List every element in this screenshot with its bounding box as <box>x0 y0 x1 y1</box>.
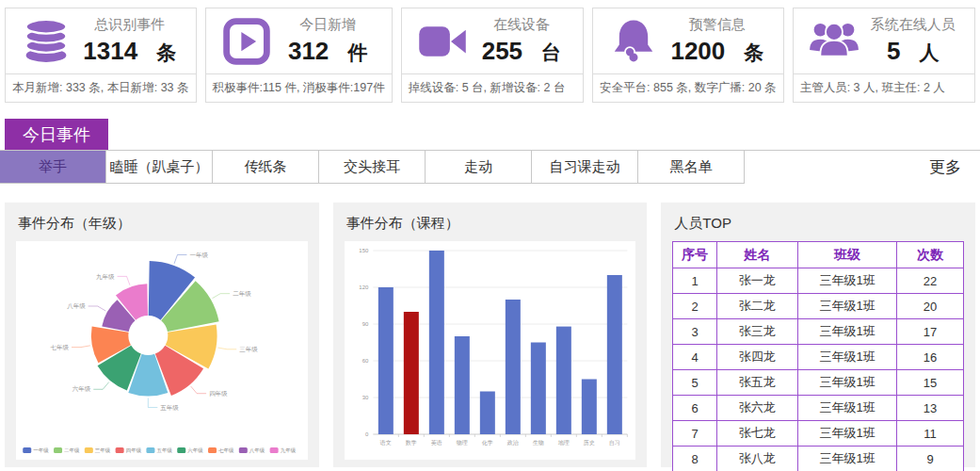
tab-pass-note[interactable]: 传纸条 <box>213 151 319 183</box>
stat-main: 今日新增 312 件 <box>206 8 392 74</box>
event-tabs-row: 举手 瞌睡（趴桌子） 传纸条 交头接耳 走动 自习课走动 黑名单 更多 <box>0 150 980 184</box>
course-distribution-panel: 事件分布（课程） 0306090120150语文数学英语物理化学政治生物地理历史… <box>333 203 648 467</box>
stat-unit: 人 <box>920 40 940 66</box>
bar[interactable] <box>404 312 419 434</box>
cell-class: 三年级1班 <box>798 421 897 447</box>
tab-whisper[interactable]: 交头接耳 <box>319 151 426 183</box>
stat-main: 总识别事件 1314 条 <box>6 8 196 74</box>
more-link[interactable]: 更多 <box>929 156 961 178</box>
stat-label: 总识别事件 <box>94 16 165 34</box>
bar[interactable] <box>531 343 546 435</box>
stat-footer: 掉线设备: 5 台, 新增设备: 2 台 <box>402 74 583 102</box>
legend-item[interactable]: 一年级 <box>23 447 49 453</box>
bar[interactable] <box>378 287 394 434</box>
col-header-index: 序号 <box>673 242 716 268</box>
cell-name: 张六龙 <box>716 396 797 421</box>
cell-count: 13 <box>897 396 964 421</box>
stat-card-online-users: 系统在线人员 5 人 主管人员: 3 人, 班主任: 2 人 <box>793 8 975 103</box>
y-axis-tick-label: 120 <box>359 284 369 290</box>
cell-index: 8 <box>673 447 716 471</box>
course-bar-chart: 0306090120150语文数学英语物理化学政治生物地理历史自习 <box>345 241 636 460</box>
stat-footer: 主管人员: 3 人, 班主任: 2 人 <box>794 74 974 102</box>
cell-class: 三年级1班 <box>798 396 897 421</box>
x-axis-tick-label: 数学 <box>406 440 417 446</box>
bar[interactable] <box>455 336 470 434</box>
tab-blacklist[interactable]: 黑名单 <box>638 151 745 183</box>
legend-label: 二年级 <box>64 447 80 453</box>
cell-name: 张四龙 <box>716 345 797 370</box>
bar[interactable] <box>582 380 597 435</box>
x-axis-tick-label: 语文 <box>379 439 392 447</box>
top-people-table: 序号 姓名 班级 次数 1 张一龙 三年级1班 22 2 张二龙 三年级1班 2 <box>672 241 964 471</box>
cell-count: 11 <box>897 421 964 447</box>
grade-chart-title: 事件分布（年级） <box>18 215 308 233</box>
course-chart-title: 事件分布（课程） <box>346 215 636 233</box>
tab-doze[interactable]: 瞌睡（趴桌子） <box>106 151 213 183</box>
cell-count: 15 <box>897 370 964 396</box>
legend-item[interactable]: 四年级 <box>116 447 142 454</box>
x-axis-tick-label: 英语 <box>431 439 442 447</box>
legend-label: 三年级 <box>95 447 111 453</box>
bar[interactable] <box>429 251 444 434</box>
legend-label: 六年级 <box>187 447 203 453</box>
bell-icon <box>608 16 659 67</box>
top-table-title: 人员TOP <box>674 215 964 233</box>
table-row: 3 张三龙 三年级1班 17 <box>673 319 964 345</box>
x-axis-tick-label: 自习 <box>609 440 620 447</box>
bar[interactable] <box>506 300 521 434</box>
cell-class: 三年级1班 <box>798 370 897 396</box>
cell-class: 三年级1班 <box>798 294 897 319</box>
legend-item[interactable]: 二年级 <box>54 447 80 453</box>
stat-value: 312 <box>288 37 329 66</box>
users-icon <box>809 16 860 67</box>
cell-count: 22 <box>897 268 964 294</box>
y-axis-tick-label: 0 <box>365 431 369 437</box>
y-axis-tick-label: 60 <box>361 358 368 364</box>
cell-class: 三年级1班 <box>798 447 897 471</box>
tab-self-study-walk[interactable]: 自习课走动 <box>532 151 638 183</box>
legend-item[interactable]: 五年级 <box>146 447 172 453</box>
legend-label: 七年级 <box>218 447 234 453</box>
cell-name: 张一龙 <box>716 268 797 294</box>
x-axis-tick-label: 物理 <box>457 439 468 447</box>
stat-label: 今日新增 <box>299 16 356 34</box>
cell-index: 4 <box>673 345 716 370</box>
rose-sector-label: 二年级 <box>233 290 251 297</box>
table-row: 6 张六龙 三年级1班 13 <box>673 396 964 421</box>
x-axis-tick-label: 生物 <box>533 439 544 447</box>
stat-value: 255 <box>482 37 522 66</box>
bar[interactable] <box>480 392 495 435</box>
legend-item[interactable]: 八年级 <box>239 447 265 454</box>
play-icon <box>221 16 272 67</box>
cell-count: 9 <box>897 447 964 471</box>
tab-raise-hand[interactable]: 举手 <box>0 151 106 183</box>
rose-sector-label: 九年级 <box>96 273 115 280</box>
bar[interactable] <box>607 275 622 434</box>
table-row: 2 张二龙 三年级1班 20 <box>673 294 964 319</box>
table-row: 1 张一龙 三年级1班 22 <box>673 268 964 294</box>
grade-rose-chart: 一年级二年级三年级四年级五年级六年级七年级八年级九年级一年级二年级三年级四年级五… <box>16 241 308 460</box>
stat-value: 1314 <box>83 37 137 66</box>
y-axis-tick-label: 90 <box>361 321 368 327</box>
cell-index: 6 <box>673 396 716 421</box>
legend-label: 八年级 <box>249 447 265 454</box>
legend-item[interactable]: 七年级 <box>208 447 234 453</box>
legend-item[interactable]: 三年级 <box>85 447 111 453</box>
stat-label: 预警信息 <box>689 16 746 34</box>
legend-item[interactable]: 九年级 <box>270 447 297 453</box>
legend-item[interactable]: 六年级 <box>177 447 203 453</box>
table-row: 4 张四龙 三年级1班 16 <box>673 345 964 370</box>
top-people-panel: 人员TOP 序号 姓名 班级 次数 1 张一龙 三年级1班 22 2 <box>661 203 975 467</box>
bar[interactable] <box>556 327 571 434</box>
stat-footer: 积极事件:115 件, 消极事件:197件 <box>206 74 392 102</box>
col-header-class: 班级 <box>798 242 897 268</box>
cell-class: 三年级1班 <box>798 345 897 370</box>
tab-walk-around[interactable]: 走动 <box>426 151 532 183</box>
stats-row: 总识别事件 1314 条 本月新增: 333 条, 本日新增: 33 条 今日新… <box>0 0 980 103</box>
rose-sector-label: 七年级 <box>49 344 69 350</box>
stat-unit: 条 <box>744 40 763 66</box>
camera-icon <box>417 16 468 67</box>
table-row: 7 张七龙 三年级1班 11 <box>673 421 964 447</box>
stat-label: 系统在线人员 <box>871 16 956 34</box>
cell-name: 张二龙 <box>716 294 797 319</box>
